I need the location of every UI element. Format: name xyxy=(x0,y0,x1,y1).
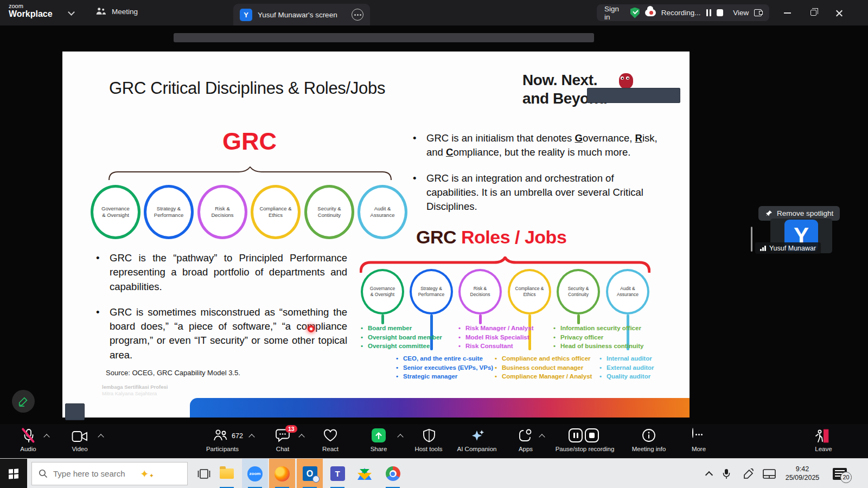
role-circle: Compliance &Ethics xyxy=(508,269,551,314)
meeting-toolbar: Audio Video xyxy=(0,424,868,458)
file-explorer-button[interactable] xyxy=(214,459,240,488)
notification-badge: 20 xyxy=(840,472,852,483)
share-chevron[interactable] xyxy=(397,434,403,440)
brace-top xyxy=(108,166,392,181)
discipline-circle: Strategy &Performance xyxy=(144,185,194,239)
maximize-button[interactable] xyxy=(801,0,826,25)
slide-footer-gradient xyxy=(190,398,690,418)
tab-meeting[interactable]: Meeting xyxy=(95,7,138,16)
recording-status: Recording... xyxy=(661,9,701,17)
stop-recording-icon[interactable] xyxy=(585,428,599,442)
view-button[interactable]: View xyxy=(733,9,749,17)
security-shield-icon[interactable] xyxy=(630,8,640,18)
clock-date: 25/09/2025 xyxy=(781,473,824,482)
info-icon xyxy=(642,428,656,442)
gdrive-icon xyxy=(358,468,372,480)
people-icon xyxy=(95,7,106,16)
zoom-workplace-logo: zoom Workplace xyxy=(9,3,53,19)
task-view-button[interactable] xyxy=(191,459,217,488)
connector-line xyxy=(577,314,580,324)
zoom-app-button[interactable]: zoom xyxy=(242,459,268,488)
participants-count: 672 xyxy=(232,432,243,440)
pause-recording-icon[interactable] xyxy=(569,428,583,442)
pause-recording-icon[interactable] xyxy=(706,9,712,16)
redaction-box xyxy=(65,403,85,420)
grc-heading: GRC xyxy=(193,127,307,156)
annotate-button[interactable] xyxy=(12,390,35,413)
firefox-icon xyxy=(275,466,290,481)
action-center-button[interactable]: 20 xyxy=(828,459,852,488)
panel-scrollbar[interactable] xyxy=(751,227,752,252)
connector-line xyxy=(381,314,384,324)
start-button[interactable] xyxy=(0,459,27,488)
search-highlights-icon[interactable]: ✦✦ xyxy=(140,467,154,480)
roles-security-list: Information security officerPrivacy offi… xyxy=(553,324,643,351)
bullet: GRC is an initialism that denotes Govern… xyxy=(412,131,666,160)
brand-zoom: zoom xyxy=(9,3,53,9)
sparkle-icon xyxy=(470,428,486,444)
roles-strategy-list: CEO, and the entire c-suiteSenior execut… xyxy=(396,354,493,381)
mic-tray-icon xyxy=(722,468,731,479)
role-circle: Risk &Decisions xyxy=(458,269,502,314)
chevron-down-icon[interactable] xyxy=(68,9,75,16)
tab-shared-screen[interactable]: Y Yusuf Munawar's screen xyxy=(233,4,370,25)
roles-audit-list: Internal auditorExternal auditorQuality … xyxy=(599,354,654,381)
shared-slide: GRC Critical Disciplines & Roles/Jobs No… xyxy=(62,52,690,418)
participants-chevron[interactable] xyxy=(248,434,254,440)
tab-shared-screen-label: Yusuf Munawar's screen xyxy=(258,11,337,19)
close-button[interactable] xyxy=(827,0,852,25)
taskbar-search[interactable]: ✦✦ xyxy=(31,462,188,485)
video-options-chevron[interactable] xyxy=(98,434,104,440)
cloud-recording-icon xyxy=(645,9,656,16)
zoom-app-icon: zoom xyxy=(247,466,263,481)
role-circle: Strategy &Performance xyxy=(410,269,453,314)
view-layout-icon[interactable] xyxy=(754,9,762,16)
more-label: More xyxy=(655,446,742,452)
avatar: Y xyxy=(240,9,252,21)
tray-pen-button[interactable] xyxy=(739,459,757,488)
owl-logo-icon xyxy=(619,73,633,88)
tab-meeting-label: Meeting xyxy=(112,8,138,16)
apps-chevron[interactable] xyxy=(539,434,545,440)
stop-recording-icon[interactable] xyxy=(717,9,723,16)
more-button[interactable]: More xyxy=(692,424,693,458)
more-icon xyxy=(692,428,693,438)
zoom-workplace-window: zoom Workplace Meeting Y Yusuf Munawar's… xyxy=(0,0,868,488)
bullet: GRC is the “pathway” to Principled Perfo… xyxy=(95,251,347,294)
taskbar-clock[interactable]: 9:42 25/09/2025 xyxy=(781,459,824,488)
audio-options-chevron[interactable] xyxy=(43,434,49,440)
tray-touchpad-button[interactable] xyxy=(760,459,779,488)
chrome-icon xyxy=(386,466,400,481)
chat-chevron[interactable] xyxy=(298,434,304,440)
window-titlebar: zoom Workplace Meeting Y Yusuf Munawar's… xyxy=(0,0,868,25)
right-bullet-list: GRC is an initialism that denotes Govern… xyxy=(412,131,666,225)
share-icon xyxy=(372,428,386,442)
tray-mic-button[interactable] xyxy=(718,459,735,488)
tab-options-icon[interactable] xyxy=(352,9,363,21)
search-input[interactable] xyxy=(53,469,135,478)
watermark: lembaga Sertifikasi Profesi xyxy=(102,384,168,390)
windows-taskbar: ✦✦ zoom O T xyxy=(0,458,868,488)
leave-label: Leave xyxy=(780,446,867,452)
slide-title: GRC Critical Disciplines & Roles/Jobs xyxy=(109,79,385,98)
redaction-box xyxy=(587,88,680,103)
roles-governance-list: Board memberOversight board memberOversi… xyxy=(361,324,442,351)
outlook-button[interactable]: O xyxy=(297,459,323,488)
teams-button[interactable]: T xyxy=(324,459,350,488)
gdrive-button[interactable] xyxy=(352,459,378,488)
tray-expand-button[interactable] xyxy=(701,459,717,488)
roles-heading: GRC Roles / Jobs xyxy=(416,227,566,248)
windows-logo-icon xyxy=(9,468,18,479)
minimize-button[interactable] xyxy=(775,0,800,25)
teams-icon: T xyxy=(330,466,345,481)
chrome-button[interactable] xyxy=(380,459,406,488)
audio-signal-icon xyxy=(760,246,766,251)
firefox-button[interactable] xyxy=(269,459,295,488)
sign-in-button[interactable]: Sign in xyxy=(604,5,625,21)
laser-pointer-dot xyxy=(308,325,315,332)
presenter-window-bar xyxy=(174,33,594,42)
tagline-line1: Now. Next. xyxy=(522,71,607,89)
apps-icon xyxy=(518,428,533,443)
camera-icon xyxy=(72,431,88,442)
discipline-circle: Security &Continuity xyxy=(304,185,354,239)
